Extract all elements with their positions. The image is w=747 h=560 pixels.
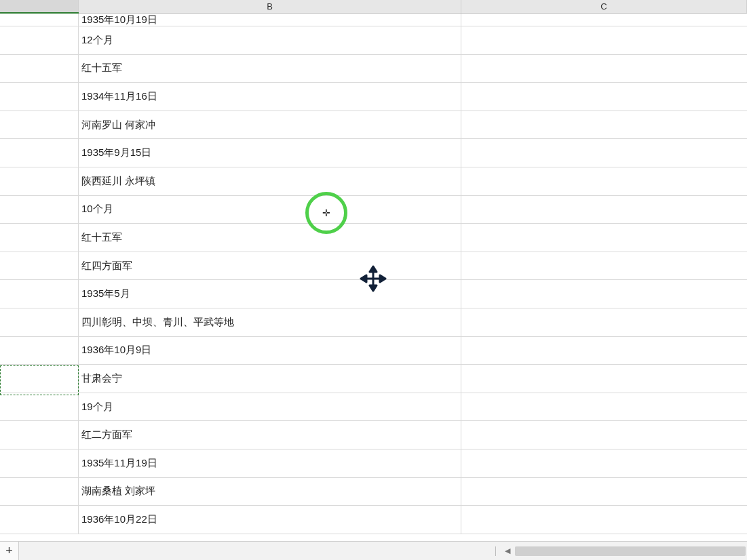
table-row[interactable]: 1935年5月: [0, 280, 747, 308]
table-row[interactable]: 甘肃会宁: [0, 365, 747, 393]
cell[interactable]: 1935年11月19日: [79, 449, 461, 477]
cell[interactable]: 湖南桑植 刘家坪: [79, 478, 461, 506]
cell[interactable]: [0, 252, 79, 280]
cell[interactable]: [461, 421, 747, 449]
cell[interactable]: [0, 55, 79, 83]
column-header-a[interactable]: [0, 0, 79, 13]
cell[interactable]: 1936年10月9日: [79, 337, 461, 365]
cell[interactable]: [461, 224, 747, 252]
cell[interactable]: 1935年9月15日: [79, 139, 461, 167]
cell[interactable]: [0, 83, 79, 111]
cell[interactable]: [0, 14, 79, 26]
cell-text: 19个月: [81, 401, 113, 414]
cell[interactable]: [0, 478, 79, 506]
cell[interactable]: 1934年11月16日: [79, 83, 461, 111]
table-row[interactable]: 红二方面军: [0, 421, 747, 449]
cell[interactable]: 红二方面军: [79, 421, 461, 449]
scroll-left-button[interactable]: ◀: [503, 546, 512, 556]
cell[interactable]: 1935年10月19日: [79, 14, 461, 26]
cell[interactable]: [0, 449, 79, 477]
cell[interactable]: 四川彰明、中坝、青川、平武等地: [79, 308, 461, 336]
cell[interactable]: 1936年10月22日: [79, 506, 461, 534]
cell-text: 湖南桑植 刘家坪: [81, 485, 155, 498]
table-row[interactable]: 河南罗山 何家冲: [0, 111, 747, 140]
table-row[interactable]: 12个月: [0, 26, 747, 55]
cell-text: 红十五军: [81, 231, 122, 244]
cell[interactable]: [461, 26, 747, 54]
cell[interactable]: [461, 365, 747, 393]
column-header-row: B C: [0, 0, 747, 14]
cell-text: 1935年5月: [81, 287, 130, 300]
cell[interactable]: 1935年5月: [79, 280, 461, 308]
table-row[interactable]: 陕西延川 永坪镇: [0, 167, 747, 196]
cell[interactable]: [0, 196, 79, 224]
cell[interactable]: [461, 308, 747, 336]
cell[interactable]: 河南罗山 何家冲: [79, 111, 461, 139]
horizontal-scroll-controls: ◀: [491, 542, 747, 560]
cell[interactable]: 红十五军: [79, 55, 461, 83]
cell[interactable]: [0, 26, 79, 54]
sheet-tabs-area[interactable]: [19, 542, 491, 560]
cell[interactable]: [461, 111, 747, 139]
table-row[interactable]: 1934年11月16日: [0, 83, 747, 111]
cell[interactable]: [461, 506, 747, 534]
cell[interactable]: [0, 280, 79, 308]
cell[interactable]: [461, 280, 747, 308]
cell[interactable]: 陕西延川 永坪镇: [79, 167, 461, 195]
cell[interactable]: [461, 14, 747, 26]
cell[interactable]: [461, 196, 747, 224]
cell-text: 10个月: [81, 203, 113, 216]
cell[interactable]: [0, 224, 79, 252]
cell[interactable]: [461, 83, 747, 111]
cell-text: 1936年10月22日: [81, 513, 157, 526]
cell-text: 河南罗山 何家冲: [81, 119, 155, 132]
cell[interactable]: [461, 167, 747, 195]
cell[interactable]: [461, 139, 747, 167]
table-row[interactable]: 四川彰明、中坝、青川、平武等地: [0, 308, 747, 337]
horizontal-scrollbar[interactable]: [515, 546, 746, 556]
table-row[interactable]: 1935年9月15日: [0, 139, 747, 167]
column-header-b[interactable]: B: [79, 0, 461, 13]
cell[interactable]: [461, 252, 747, 280]
cell[interactable]: [0, 337, 79, 365]
column-label: C: [600, 1, 607, 12]
cell-text: 1936年10月9日: [81, 344, 151, 357]
cell[interactable]: 12个月: [79, 26, 461, 54]
cell[interactable]: [0, 421, 79, 449]
cell[interactable]: [461, 337, 747, 365]
spreadsheet-grid[interactable]: 1935年10月19日 12个月 红十五军 1934年11月16日 河南罗山 何…: [0, 14, 747, 541]
column-label: B: [267, 1, 273, 12]
plus-icon: +: [5, 544, 13, 558]
cell[interactable]: [0, 167, 79, 195]
table-row[interactable]: 1936年10月9日: [0, 337, 747, 365]
cell[interactable]: [461, 393, 747, 421]
cell[interactable]: [0, 506, 79, 534]
cell[interactable]: [0, 365, 79, 393]
cell[interactable]: [461, 449, 747, 477]
table-row[interactable]: 1936年10月22日: [0, 506, 747, 534]
cell[interactable]: [461, 55, 747, 83]
table-row[interactable]: 红十五军: [0, 224, 747, 252]
cell-text: 红十五军: [81, 62, 122, 75]
table-row[interactable]: 10个月: [0, 196, 747, 224]
add-sheet-button[interactable]: +: [0, 542, 19, 560]
cell[interactable]: 红十五军: [79, 224, 461, 252]
table-row[interactable]: 红四方面军: [0, 252, 747, 281]
cell[interactable]: [0, 308, 79, 336]
scrollbar-thumb[interactable]: [515, 546, 746, 556]
table-row[interactable]: 湖南桑植 刘家坪: [0, 478, 747, 506]
cell[interactable]: 红四方面军: [79, 252, 461, 280]
cell[interactable]: 19个月: [79, 393, 461, 421]
table-row[interactable]: 红十五军: [0, 55, 747, 83]
table-row[interactable]: 19个月: [0, 393, 747, 422]
table-row[interactable]: 1935年10月19日: [0, 14, 747, 26]
cell[interactable]: [461, 478, 747, 506]
cell[interactable]: 10个月: [79, 196, 461, 224]
cell[interactable]: 甘肃会宁: [79, 365, 461, 393]
cell[interactable]: [0, 139, 79, 167]
cell[interactable]: [0, 111, 79, 139]
cell-text: 1935年10月19日: [81, 14, 157, 26]
table-row[interactable]: 1935年11月19日: [0, 449, 747, 478]
column-header-c[interactable]: C: [461, 0, 747, 13]
cell[interactable]: [0, 393, 79, 421]
